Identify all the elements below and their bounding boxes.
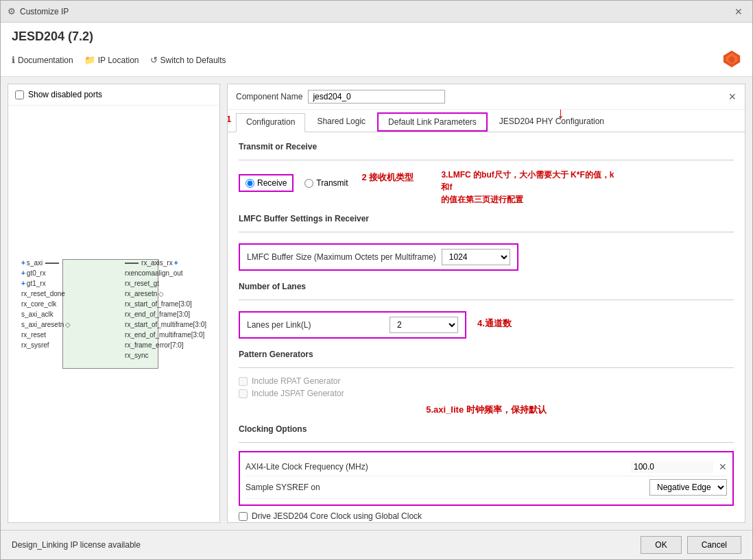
port-rx-reset-gt: rx_reset_gt xyxy=(125,280,206,287)
rx-axis-plus: + xyxy=(174,259,178,267)
lmfc-size-label: LMFC Buffer Size (Maximum Octets per Mul… xyxy=(247,252,436,262)
license-text: Design_Linking IP license available xyxy=(12,540,141,550)
step3-annotation: 3.LMFC 的buf尺寸，大小需要大于 K*F的值，k和f的值在第三页进行配置 xyxy=(441,169,619,206)
header-toolbar: ℹ Documentation 📁 IP Location ↺ Switch t… xyxy=(12,49,741,71)
step5-annotation-container: 5.axi_lite 时钟频率，保持默认 xyxy=(239,404,734,416)
axi4-clock-input[interactable] xyxy=(631,461,713,473)
ip-location-button[interactable]: 📁 IP Location xyxy=(84,55,139,65)
port-rxencomaalign: rxencomaalign_out xyxy=(125,269,206,277)
location-icon: 📁 xyxy=(84,55,95,65)
port-rx-reset: rx_reset xyxy=(21,331,71,339)
step2-annotation: 2 接收机类型 xyxy=(362,171,414,184)
show-disabled-ports-checkbox[interactable] xyxy=(15,90,24,99)
component-name-input[interactable] xyxy=(308,90,445,104)
rpat-checkbox[interactable] xyxy=(239,377,248,386)
divider3 xyxy=(239,300,734,300)
tab-arrow: ↓ xyxy=(557,104,564,122)
receive-radio-item[interactable]: Receive xyxy=(246,178,287,188)
receive-label: Receive xyxy=(257,178,287,188)
component-name-label: Component Name xyxy=(236,92,302,101)
gt0-plus: + xyxy=(21,269,25,277)
lmfc-size-select[interactable]: 1024 512 256 128 xyxy=(442,249,510,265)
lmfc-section-title: LMFC Buffer Settings in Receiver xyxy=(239,214,734,223)
window-title: Customize IP xyxy=(20,7,69,16)
jspat-label: Include JSPAT Generator xyxy=(252,389,344,398)
sysref-row: Sample SYSREF on Negative Edge Positive … xyxy=(246,476,727,499)
right-ports: rx_axis_rx + rxencomaalign_out rx_reset_… xyxy=(125,259,206,359)
port-s-axi-aclk: s_axi_aclk xyxy=(21,311,71,318)
divider5 xyxy=(239,442,734,443)
transmit-radio[interactable] xyxy=(304,179,313,188)
tab-configuration[interactable]: Configuration xyxy=(236,113,305,132)
refresh-icon: ↺ xyxy=(150,55,158,65)
axi4-clock-row: AXI4-Lite Clock Frequency (MHz) ✕ xyxy=(246,458,727,476)
pattern-gen-title: Pattern Generators xyxy=(239,350,734,359)
port-rx-end-of-frame: rx_end_of_frame[3:0] xyxy=(125,311,206,318)
footer-buttons: OK Cancel xyxy=(641,536,741,554)
main-content: Transmit or Receive Receive xyxy=(228,132,745,522)
port-rx-end-multiframe: rx_end_of_multiframe[3:0] xyxy=(125,331,206,339)
port-rx-aresetn: rx_aresetn ◇ xyxy=(125,290,206,297)
drive-clock-checkbox[interactable] xyxy=(239,512,248,521)
transmit-radio-item[interactable]: Transmit xyxy=(304,178,348,188)
title-bar: ⚙ Customize IP ✕ xyxy=(1,1,752,23)
transmit-receive-group: Receive Transmit xyxy=(239,174,348,192)
port-s-axi-aresetn: s_axi_aresetn ◇ xyxy=(21,321,71,328)
component-name-row: Component Name ✕ xyxy=(228,84,745,110)
switch-defaults-button[interactable]: ↺ Switch to Defaults xyxy=(150,55,226,65)
axi4-clock-clear[interactable]: ✕ xyxy=(719,461,727,472)
left-ports: + s_axi + gt0_rx + gt1_rx xyxy=(21,259,71,349)
close-button[interactable]: ✕ xyxy=(732,5,745,19)
tab-shared-logic[interactable]: Shared Logic xyxy=(307,112,376,132)
cancel-button[interactable]: Cancel xyxy=(687,536,741,554)
port-rx-sync: rx_sync xyxy=(125,352,206,359)
receive-box: Receive xyxy=(239,174,294,192)
drive-clock-label: Drive JESD204 Core Clock using Global Cl… xyxy=(252,511,422,521)
port-rx-start-multiframe: rx_start_of_multiframe[3:0] xyxy=(125,321,206,328)
sysref-select[interactable]: Negative Edge Positive Edge xyxy=(649,479,727,496)
rpat-row: Include RPAT Generator xyxy=(239,376,734,386)
lanes-per-link-label: Lanes per Link(L) xyxy=(247,320,384,330)
tab-phy-config[interactable]: JESD204 PHY Configuration xyxy=(489,112,614,132)
transmit-label: Transmit xyxy=(316,178,348,188)
schematic-block: + s_axi + gt0_rx + gt1_rx xyxy=(21,239,206,389)
port-rx-start-of-frame: rx_start_of_frame[3:0] xyxy=(125,300,206,308)
lmfc-box: LMFC Buffer Size (Maximum Octets per Mul… xyxy=(239,243,518,271)
documentation-label: Documentation xyxy=(18,56,73,65)
show-disabled-ports-label: Show disabled ports xyxy=(28,90,102,99)
lanes-per-link-select[interactable]: 2 1 4 8 xyxy=(390,317,458,333)
jspat-checkbox[interactable] xyxy=(239,389,248,398)
footer: Design_Linking IP license available OK C… xyxy=(1,530,752,559)
documentation-button[interactable]: ℹ Documentation xyxy=(12,55,73,65)
component-name-clear[interactable]: ✕ xyxy=(728,91,737,102)
port-rx-frame-error: rx_frame_error[7:0] xyxy=(125,341,206,349)
drive-clock-row: Drive JESD204 Core Clock using Global Cl… xyxy=(239,511,734,521)
gt1-plus: + xyxy=(21,280,25,287)
step1-label: 1 xyxy=(227,114,231,124)
clocking-box: AXI4-Lite Clock Frequency (MHz) ✕ Sample… xyxy=(239,451,734,506)
ok-button[interactable]: OK xyxy=(641,536,681,554)
content-area: Show disabled ports + s_axi + xyxy=(1,77,752,530)
switch-defaults-label: Switch to Defaults xyxy=(160,56,226,65)
port-rx-sysref: rx_sysref xyxy=(21,341,71,349)
receive-radio[interactable] xyxy=(246,179,254,188)
divider1 xyxy=(239,160,734,160)
header: JESD204 (7.2) ℹ Documentation 📁 IP Locat… xyxy=(1,23,752,77)
port-rx-axis-rx: rx_axis_rx + xyxy=(125,259,206,267)
divider2 xyxy=(239,232,734,232)
axi4-clock-label: AXI4-Lite Clock Frequency (MHz) xyxy=(246,462,625,472)
lanes-box: Lanes per Link(L) 2 1 4 8 xyxy=(239,311,466,339)
jspat-row: Include JSPAT Generator xyxy=(239,389,734,398)
rpat-label: Include RPAT Generator xyxy=(252,376,340,386)
clocking-title: Clocking Options xyxy=(239,424,734,434)
port-s-axi: + s_axi xyxy=(21,259,71,267)
port-gt0-rx: + gt0_rx xyxy=(21,269,71,277)
schematic-area: + s_axi + gt0_rx + gt1_rx xyxy=(8,106,219,522)
port-gt1-rx: + gt1_rx xyxy=(21,280,71,287)
product-title: JESD204 (7.2) xyxy=(12,29,741,44)
sysref-label: Sample SYSREF on xyxy=(246,483,644,492)
step4-annotation: 4.通道数 xyxy=(477,317,512,330)
port-rx-reset-done: rx_reset_done xyxy=(21,290,71,297)
info-icon: ℹ xyxy=(12,55,15,65)
tab-default-link-parameters[interactable]: Default Link Parameters xyxy=(377,112,488,132)
